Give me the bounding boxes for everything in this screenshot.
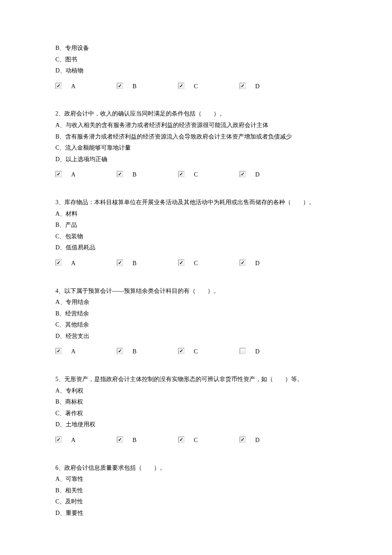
checkbox-b[interactable]: ✓ (117, 436, 123, 443)
checkbox-row: ✓A✓B✓C✓D (55, 79, 337, 92)
checkbox-b[interactable]: ✓ (117, 260, 123, 266)
checkbox-label: D (255, 433, 259, 446)
option-line: D、土地使用权 (55, 419, 337, 431)
option-line: B、产品 (55, 220, 337, 231)
checkbox-row: ✓A✓B✓C✓D (55, 168, 337, 181)
checkbox-label: A (71, 256, 75, 269)
checkbox-row: ✓A✓B✓CD (55, 344, 337, 358)
checkbox-label: C (194, 256, 198, 269)
checkbox-row: ✓A✓B✓C✓D (55, 433, 337, 446)
checkbox-a[interactable]: ✓ (55, 83, 62, 89)
checkbox-item-c: ✓C (178, 168, 239, 181)
checkbox-item-a: ✓A (55, 344, 117, 358)
option-line: A、与收入相关的含有服务潜力或者经济利益的经济资源很可能流入政府会计主体 (55, 120, 337, 131)
option-line: A、专利权 (55, 385, 337, 397)
option-line: D、重要性 (55, 508, 337, 519)
checkbox-a[interactable]: ✓ (55, 171, 62, 177)
option-line: B、含有服务潜力或者经济利益的经济资源流入会导致政府会计主体资产增加或者负债减少 (55, 131, 337, 143)
option-line: D、低值易耗品 (55, 242, 337, 254)
option-line: C、著作权 (55, 408, 337, 419)
option-line: D、经营支出 (55, 331, 337, 342)
checkbox-item-d: ✓D (239, 79, 301, 92)
checkbox-c[interactable]: ✓ (178, 348, 184, 354)
checkbox-item-c: ✓C (178, 256, 239, 269)
checkbox-item-a: ✓A (55, 79, 117, 92)
checkbox-item-c: ✓C (178, 79, 239, 92)
checkbox-label: A (71, 79, 75, 92)
checkbox-item-d: ✓D (239, 168, 301, 181)
checkbox-a[interactable]: ✓ (55, 436, 62, 443)
option-line: B、经营结余 (55, 308, 337, 320)
checkbox-label: B (133, 433, 136, 446)
option-line: D、动植物 (55, 65, 337, 77)
option-line: C、图书 (55, 54, 337, 66)
checkbox-d[interactable]: ✓ (239, 260, 246, 266)
checkbox-a[interactable]: ✓ (55, 348, 62, 354)
checkbox-item-a: ✓A (55, 168, 117, 181)
checkbox-item-b: ✓B (117, 433, 178, 446)
checkbox-item-d: D (239, 344, 301, 358)
checkbox-label: B (133, 168, 136, 181)
option-line: B、相关性 (55, 485, 337, 497)
checkbox-label: B (133, 344, 136, 358)
checkbox-item-b: ✓B (117, 256, 178, 269)
option-line: C、包装物 (55, 231, 337, 243)
question-stem: 2、政府会计中，收入的确认应当同时满足的条件包括（ ）。 (55, 108, 337, 120)
checkbox-c[interactable]: ✓ (178, 436, 184, 443)
question-block-6: 6、政府会计信息质量要求包括（ ）。A、可靠性B、相关性C、及时性D、重要性 (55, 462, 337, 519)
checkbox-d[interactable]: ✓ (239, 436, 246, 443)
checkbox-label: D (255, 168, 259, 181)
checkbox-c[interactable]: ✓ (178, 83, 184, 89)
option-line: C、流入金额能够可靠地计量 (55, 142, 337, 154)
question-block-1: B、专用设备C、图书D、动植物✓A✓B✓C✓D (55, 43, 337, 92)
checkbox-label: B (133, 256, 136, 269)
question-block-2: 2、政府会计中，收入的确认应当同时满足的条件包括（ ）。A、与收入相关的含有服务… (55, 108, 337, 181)
option-line: A、材料 (55, 208, 337, 220)
checkbox-item-b: ✓B (117, 79, 178, 92)
option-line: B、专用设备 (55, 43, 337, 54)
document-body: B、专用设备C、图书D、动植物✓A✓B✓C✓D2、政府会计中，收入的确认应当同时… (55, 43, 337, 519)
checkbox-item-d: ✓D (239, 256, 301, 269)
checkbox-label: B (133, 79, 136, 92)
checkbox-b[interactable]: ✓ (117, 171, 123, 177)
option-line: A、专用结余 (55, 297, 337, 308)
checkbox-item-c: ✓C (178, 433, 239, 446)
checkbox-item-c: ✓C (178, 344, 239, 358)
checkbox-label: D (255, 79, 259, 92)
checkbox-label: C (194, 168, 198, 181)
question-stem: 3、库存物品：本科目核算单位在开展业务活动及其他活动中为耗用或出售而储存的各种（… (55, 197, 337, 208)
checkbox-label: A (71, 433, 75, 446)
question-block-5: 5、无形资产，是指政府会计主体控制的没有实物形态的可辨认非货币性资产，如（ ）等… (55, 374, 337, 446)
checkbox-label: A (71, 344, 75, 358)
checkbox-label: A (71, 168, 75, 181)
checkbox-b[interactable]: ✓ (117, 83, 123, 89)
checkbox-c[interactable]: ✓ (178, 171, 184, 177)
question-stem: 6、政府会计信息质量要求包括（ ）。 (55, 462, 337, 474)
checkbox-label: C (194, 79, 198, 92)
checkbox-a[interactable]: ✓ (55, 260, 62, 266)
checkbox-label: D (255, 256, 259, 269)
question-stem: 5、无形资产，是指政府会计主体控制的没有实物形态的可辨认非货币性资产，如（ ）等… (55, 374, 337, 385)
option-line: D、以上选项均正确 (55, 154, 337, 165)
checkbox-label: C (194, 433, 198, 446)
checkbox-b[interactable]: ✓ (117, 348, 123, 354)
option-line: A、可靠性 (55, 474, 337, 485)
question-stem: 4、以下属于预算会计——预算结余类会计科目的有（ ）。 (55, 286, 337, 297)
question-block-4: 4、以下属于预算会计——预算结余类会计科目的有（ ）。A、专用结余B、经营结余C… (55, 286, 337, 358)
checkbox-item-d: ✓D (239, 433, 301, 446)
checkbox-c[interactable]: ✓ (178, 260, 184, 266)
checkbox-d[interactable]: ✓ (239, 171, 246, 177)
checkbox-row: ✓A✓B✓C✓D (55, 256, 337, 269)
option-line: B、商标权 (55, 396, 337, 408)
checkbox-item-a: ✓A (55, 433, 117, 446)
checkbox-d[interactable]: ✓ (239, 83, 246, 89)
checkbox-d[interactable] (239, 348, 246, 354)
checkbox-label: D (255, 344, 259, 358)
option-line: C、其他结余 (55, 319, 337, 331)
question-block-3: 3、库存物品：本科目核算单位在开展业务活动及其他活动中为耗用或出售而储存的各种（… (55, 197, 337, 269)
checkbox-item-b: ✓B (117, 344, 178, 358)
checkbox-item-a: ✓A (55, 256, 117, 269)
checkbox-label: C (194, 344, 198, 358)
checkbox-item-b: ✓B (117, 168, 178, 181)
option-line: C、及时性 (55, 496, 337, 508)
